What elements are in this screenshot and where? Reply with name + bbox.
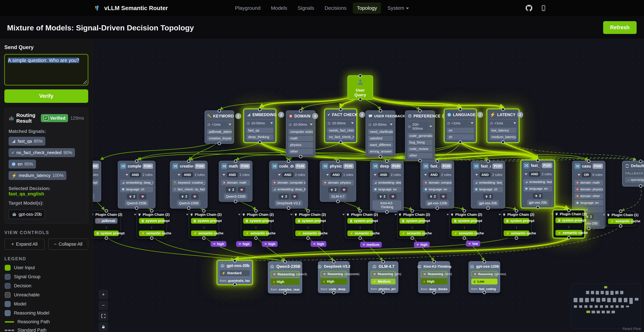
zoom-out-button[interactable]: − xyxy=(99,301,108,310)
chevron-down-icon[interactable] xyxy=(238,214,240,216)
chevron-down-icon[interactable] xyxy=(278,174,281,176)
github-icon[interactable] xyxy=(525,4,533,12)
signal-item[interactable]: math xyxy=(288,136,313,141)
plugin-step-semantic-cache[interactable]: ⚡semantic cache xyxy=(452,230,477,236)
model-node-deepseek-v32[interactable]: DeepSeek-V3.2 Reasoning(deepseek) High f… xyxy=(318,261,350,293)
chevron-down-icon[interactable] xyxy=(475,174,478,176)
model-node-kimi-k2-thinking[interactable]: Kimi-K2-Thinking Reasoning(kimi) High fr… xyxy=(418,261,450,293)
signal-group-keyword[interactable]: KEYWORD2 ◷<1ms jailbreak_attempt creativ… xyxy=(204,110,234,144)
plugin-chain-node[interactable]: Plugin Chain (1) ⚡semantic cache xyxy=(606,211,636,226)
chevron-down-icon[interactable] xyxy=(394,214,397,216)
verify-button[interactable]: Verify xyxy=(4,90,88,103)
chevron-down-icon[interactable] xyxy=(551,214,554,215)
plugin-step-system-prompt[interactable]: system prompt xyxy=(243,218,269,224)
refresh-button[interactable]: Refresh xyxy=(603,21,636,34)
chevron-down-icon[interactable] xyxy=(446,214,449,216)
plugin-step-system-prompt[interactable]: system prompt xyxy=(139,218,164,224)
minimap[interactable] xyxy=(571,284,641,329)
plugin-step-system-prompt[interactable]: system prompt xyxy=(295,218,321,224)
plugin-chain-node[interactable]: Plugin Chain (2) system prompt ↓ ⚡semant… xyxy=(397,210,427,238)
plugin-step-semantic-cache[interactable]: ⚡semantic cache xyxy=(556,230,582,236)
decision-node-complex-reasoning[interactable]: complex_reasoningP180 AND2 rules embeddi… xyxy=(118,161,156,208)
signal-item[interactable]: computer science xyxy=(288,129,313,134)
signal-item[interactable]: creative_keywords xyxy=(207,136,232,141)
plugin-step-system-prompt[interactable]: system prompt xyxy=(191,218,217,224)
chevron-down-icon[interactable] xyxy=(126,174,128,176)
chevron-down-icon[interactable] xyxy=(471,122,474,124)
signal-group-language[interactable]: LANGUAGE2 ◷<1ms en zh xyxy=(444,108,477,143)
signal-group-user-feedback[interactable]: USER FEEDBACK4 ◷10-50ms need_clarificati… xyxy=(366,110,396,157)
signal-item[interactable]: deep_thinking xyxy=(246,134,273,140)
model-node-glm-47[interactable]: GLM-4.7 Reasoning(glm) ⚡Medium from: phy… xyxy=(368,261,398,293)
plugin-chain-node[interactable]: Plugin Chain (2) system prompt ↓ ⚡semant… xyxy=(345,210,375,238)
brand[interactable]: vLLM Semantic Router xyxy=(94,4,168,12)
mobile-icon[interactable] xyxy=(540,5,547,12)
decision-node-code-deep-thinking[interactable]: code_deep_thinkingP145 AND2 rules domain… xyxy=(269,161,308,208)
signal-item[interactable]: code_generation xyxy=(408,133,432,138)
plugin-chain-node[interactable]: Plugin Chain (2) system prompt ↓ ⚡semant… xyxy=(449,210,480,238)
plugin-chain-node-highlighted[interactable]: Plugin Chain (2) system prompt ↓ ⚡semant… xyxy=(552,209,585,238)
signal-item[interactable]: want_different xyxy=(368,142,393,148)
signal-item[interactable]: medium_latency xyxy=(490,134,516,140)
nav-item-system[interactable]: System xyxy=(384,2,413,14)
chevron-down-icon[interactable] xyxy=(514,122,516,124)
chevron-down-icon[interactable] xyxy=(424,174,427,176)
plugin-step-semantic-cache[interactable]: ⚡semantic cache xyxy=(400,230,425,236)
plugin-chain-node[interactable]: Plugin Chain (2) system prompt ↓ ⚡semant… xyxy=(241,210,271,238)
plugin-step-system-prompt[interactable]: system prompt xyxy=(452,218,477,224)
signal-item[interactable]: need_clarification xyxy=(368,129,393,134)
plugin-step-jailbreak[interactable]: jailbreak xyxy=(95,218,118,224)
resize-handle-icon[interactable] xyxy=(83,80,87,84)
plugin-step-system-prompt[interactable]: system prompt xyxy=(400,218,425,224)
signal-group-fact-check[interactable]: ✓FACT CHECK2 ◷10-50ms needs_fact_check n… xyxy=(324,108,357,143)
signal-item[interactable]: low_latency xyxy=(490,128,516,133)
plugin-step-system-prompt[interactable]: system prompt xyxy=(94,230,119,236)
plugin-step-semantic-cache[interactable]: ⚡semantic cache xyxy=(348,230,373,236)
decision-node-physics-problems[interactable]: physics_problemsP145 AND1 rules domain: … xyxy=(320,161,356,202)
plugin-chain-node[interactable]: Plugin Chain (2) jailbreak ↓ system prom… xyxy=(92,210,121,238)
plugin-chain-node[interactable]: Plugin Chain (2) system prompt ↓ ⚡semant… xyxy=(189,210,219,238)
signal-item[interactable]: needs_fact_check xyxy=(327,128,354,133)
signal-item[interactable]: code_review xyxy=(408,146,432,152)
nav-item-models[interactable]: Models xyxy=(267,2,291,14)
chevron-down-icon[interactable] xyxy=(290,214,292,216)
signal-item[interactable]: bug_fixing xyxy=(408,140,432,145)
signal-item[interactable]: en xyxy=(447,128,474,133)
signal-item[interactable]: other xyxy=(288,149,313,154)
chevron-down-icon[interactable] xyxy=(228,124,231,125)
nav-item-signals[interactable]: Signals xyxy=(294,2,318,14)
model-node-gpt-oss-120b[interactable]: gpt-oss-120b Reasoning(gpt-oss) Low from… xyxy=(468,261,500,293)
chevron-down-icon[interactable] xyxy=(374,174,376,176)
chevron-down-icon[interactable] xyxy=(178,174,180,176)
signal-item[interactable]: no_fact_check_needed xyxy=(327,134,354,140)
nav-item-playground[interactable]: Playground xyxy=(231,2,264,14)
plugin-step-system-prompt[interactable]: system prompt xyxy=(348,218,373,224)
signal-item[interactable]: other xyxy=(408,153,432,158)
plugin-step-semantic-cache[interactable]: ⚡semantic cache xyxy=(504,230,529,236)
signal-item[interactable]: fast_qa xyxy=(246,128,273,133)
signal-item[interactable]: jailbreak_attempt xyxy=(207,129,232,134)
signal-group-preference[interactable]: ⚙PREFERENCE4 ◷200-500ms code_generation … xyxy=(405,110,435,161)
chevron-down-icon[interactable] xyxy=(390,124,392,125)
model-node-gpt-oss-20b[interactable]: gpt-oss-20b ⚡Standard from: guardrails, … xyxy=(216,260,253,285)
signal-item[interactable]: satisfied xyxy=(368,136,393,141)
query-input[interactable]: A simple question: Who are you? xyxy=(4,54,88,85)
plugin-step-semantic-cache[interactable]: ⚡semantic cache xyxy=(295,230,321,236)
decision-node-creative-ideas[interactable]: creative_ideasP160 AND2 rules keyword: c… xyxy=(170,161,208,208)
signal-item[interactable]: physics xyxy=(288,142,313,148)
chevron-down-icon[interactable] xyxy=(326,174,329,176)
plugin-step-system-prompt[interactable]: system prompt xyxy=(556,218,582,223)
chevron-down-icon[interactable] xyxy=(134,214,136,216)
chevron-down-icon[interactable] xyxy=(351,122,354,124)
plugin-step-semantic-cache[interactable]: ⚡semantic cache xyxy=(243,230,269,236)
model-node-qwen3-235b[interactable]: Qwen3-235B Reasoning(qwen3) High from: c… xyxy=(268,261,302,293)
expand-all-button[interactable]: +Expand All xyxy=(4,238,44,250)
default-route-node[interactable]: Default Route FALLBACK → openai/gpt-oss-… xyxy=(622,161,644,186)
fit-view-button[interactable] xyxy=(99,312,108,320)
nav-item-decisions[interactable]: Decisions xyxy=(320,2,350,14)
plugin-chain-node[interactable]: Plugin Chain (2) system prompt ↓ ⚡semant… xyxy=(501,210,532,238)
signal-item[interactable]: wrong_answer xyxy=(368,149,393,154)
lock-button[interactable] xyxy=(99,322,108,331)
plugin-chain-node[interactable]: Plugin Chain (2) system prompt ↓ ⚡semant… xyxy=(137,210,167,238)
chevron-down-icon[interactable] xyxy=(430,126,432,127)
